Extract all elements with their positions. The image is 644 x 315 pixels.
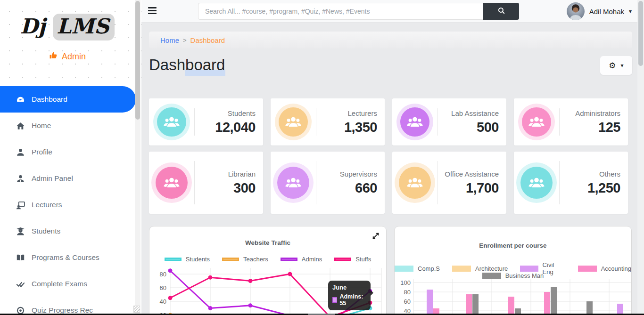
search-input[interactable] (198, 3, 483, 20)
users-group-icon (163, 113, 180, 130)
chart-tooltip: June Admins: 55 (328, 281, 371, 310)
legend-item-students[interactable]: Students (165, 256, 210, 263)
users-group-icon (406, 113, 423, 130)
sidebar-scrollbar[interactable] (135, 0, 140, 315)
breadcrumb-separator: > (183, 37, 187, 44)
enrollment-chart-card: 100806040 Enrollment per course Comp.SAr… (394, 226, 632, 315)
page-scrollbar[interactable] (637, 0, 644, 315)
svg-text:80: 80 (160, 271, 166, 278)
user-name: Adil Mohak (589, 8, 624, 16)
stat-label: Librarian (228, 170, 256, 179)
user-graduate-icon (16, 227, 25, 236)
chart-legend: Business Man (395, 272, 631, 279)
stat-card-lecturers: Lecturers1,350 (271, 98, 385, 145)
thumbs-up-icon (49, 51, 58, 62)
svg-text:60: 60 (404, 298, 411, 305)
breadcrumb: Home > Dashboard (149, 32, 632, 48)
app-window: Dj LMS Admin DashboardHomeProfileAdmin P… (0, 0, 644, 315)
stat-card-students: Students12,040 (149, 98, 263, 145)
topbar: Adil Mohak ▾ (141, 0, 644, 23)
stat-value: 660 (355, 180, 377, 196)
sidebar-resize-grip[interactable] (133, 306, 140, 313)
sidebar-item-programs-courses[interactable]: Programs & Courses (0, 244, 141, 271)
stat-value: 500 (477, 120, 499, 135)
users-group-icon (528, 113, 545, 130)
page-content: Home > Dashboard Dashboard ⚙ ▾ Students1… (141, 23, 637, 315)
search-icon (497, 7, 505, 16)
legend-item-teachers[interactable]: Teachers (222, 256, 268, 263)
sidebar-scrollbar-thumb[interactable] (135, 1, 140, 120)
stat-cards-row-1: Students12,040Lecturers1,350Lab Assistan… (149, 98, 632, 145)
gauge-icon (16, 95, 25, 104)
sidebar-nav: DashboardHomeProfileAdmin PanelLecturers… (0, 86, 141, 315)
stat-card-librarian: Librarian300 (149, 152, 263, 214)
settings-button[interactable]: ⚙ ▾ (600, 56, 632, 75)
legend-item-stuffs[interactable]: Stuffs (334, 256, 371, 263)
search-button[interactable] (483, 3, 519, 20)
sidebar-item-home[interactable]: Home (0, 113, 141, 139)
charts-row: 80604020 Website Traffic StudentsTeacher… (149, 226, 632, 315)
stat-label: Others (599, 170, 620, 179)
legend-item-comp-s[interactable]: Comp.S (395, 265, 440, 272)
stat-value: 1,350 (344, 120, 377, 135)
stat-value: 300 (233, 180, 256, 196)
tooltip-swatch (332, 297, 337, 303)
svg-text:80: 80 (404, 289, 411, 296)
sidebar-item-students[interactable]: Students (0, 218, 141, 244)
stat-card-administrators: Administrators125 (514, 98, 628, 145)
stat-card-office-assistance: Office Assistance1,700 (392, 152, 506, 214)
sidebar-item-profile[interactable]: Profile (0, 139, 141, 165)
website-traffic-chart-card: 80604020 Website Traffic StudentsTeacher… (149, 226, 387, 315)
sidebar: Dj LMS Admin DashboardHomeProfileAdmin P… (0, 0, 141, 315)
page-scrollbar-thumb[interactable] (638, 1, 643, 66)
sidebar-item-admin-panel[interactable]: Admin Panel (0, 165, 141, 192)
breadcrumb-home-link[interactable]: Home (160, 36, 179, 44)
stat-value: 12,040 (215, 120, 256, 135)
stat-card-lab-assistance: Lab Assistance500 (392, 98, 506, 145)
users-group-icon (406, 174, 423, 191)
chart-title: Website Traffic (149, 239, 386, 246)
legend-item-admins[interactable]: Admins (281, 256, 322, 263)
chevron-down-icon: ▾ (621, 62, 624, 69)
stat-cards-row-2: Librarian300Supervisors660Office Assista… (149, 152, 632, 214)
stat-card-supervisors: Supervisors660 (271, 152, 385, 214)
user-icon (16, 148, 25, 157)
sidebar-item-quiz-progress-rec[interactable]: Quiz Progress Rec (0, 297, 141, 315)
role-label: Admin (62, 52, 86, 62)
main-area: Adil Mohak ▾ Home > Dashboard Dashboard … (141, 0, 644, 315)
svg-text:40: 40 (160, 298, 166, 305)
sidebar-item-complete-exams[interactable]: Complete Exams (0, 271, 141, 297)
stat-card-others: Others1,250 (514, 152, 628, 214)
users-group-icon (163, 174, 180, 191)
svg-text:60: 60 (160, 284, 166, 291)
stat-value: 1,250 (587, 180, 620, 196)
chart-title: Enrollment per course (395, 242, 631, 249)
stat-value: 1,700 (466, 180, 499, 196)
app-logo[interactable]: Dj LMS (0, 14, 135, 38)
stat-label: Administrators (575, 109, 620, 118)
legend-item-architecture[interactable]: Architecture (452, 265, 508, 272)
sidebar-header: Dj LMS Admin (0, 0, 141, 86)
expand-icon[interactable] (371, 231, 380, 241)
legend-item-accounting[interactable]: Accounting (578, 265, 631, 272)
hamburger-menu-icon[interactable] (148, 7, 157, 16)
sidebar-item-dashboard[interactable]: Dashboard (0, 86, 136, 113)
user-menu[interactable]: Adil Mohak ▾ (567, 2, 632, 20)
chalkboard-user-icon (16, 201, 25, 210)
user-tie-icon (16, 174, 25, 183)
legend-item-business-man[interactable]: Business Man (482, 272, 544, 279)
stat-value: 125 (598, 120, 620, 135)
stat-label: Students (228, 109, 256, 118)
users-group-icon (285, 174, 302, 191)
page-title: Dashboard (149, 56, 225, 74)
gear-icon: ⚙ (609, 61, 616, 70)
svg-text:100: 100 (400, 279, 411, 286)
title-row: Dashboard ⚙ ▾ (149, 56, 632, 78)
users-group-icon (285, 113, 302, 130)
stat-label: Supervisors (340, 170, 377, 179)
check-double-icon (16, 280, 25, 289)
avatar (567, 2, 585, 20)
sidebar-item-lecturers[interactable]: Lecturers (0, 192, 141, 218)
home-icon (16, 121, 25, 130)
chevron-down-icon: ▾ (629, 8, 632, 15)
